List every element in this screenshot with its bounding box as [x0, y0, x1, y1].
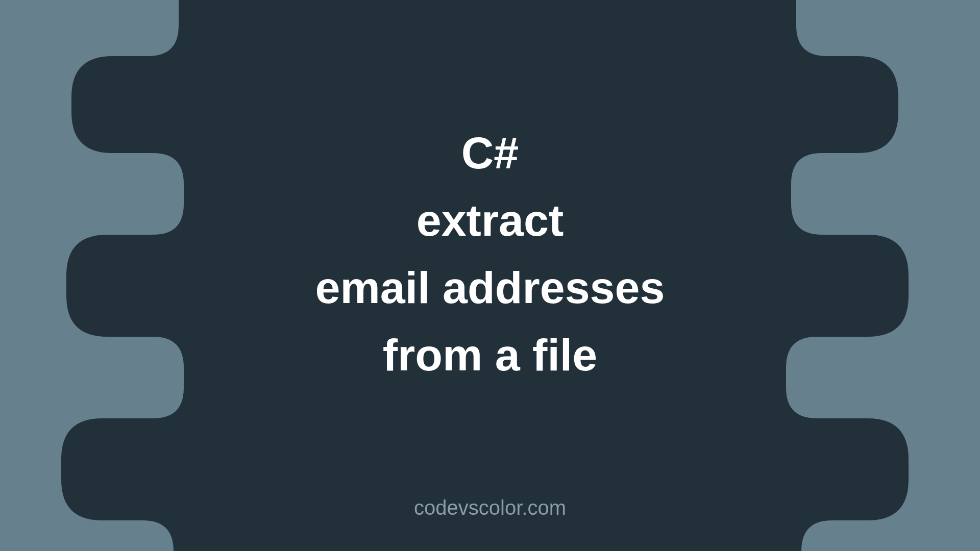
hero-title: C# extract email addresses from a file: [0, 119, 980, 389]
title-line-2: extract: [0, 187, 980, 254]
title-line-3: email addresses: [0, 254, 980, 321]
title-line-4: from a file: [0, 321, 980, 389]
title-line-1: C#: [0, 119, 980, 187]
watermark-text: codevscolor.com: [414, 496, 566, 519]
